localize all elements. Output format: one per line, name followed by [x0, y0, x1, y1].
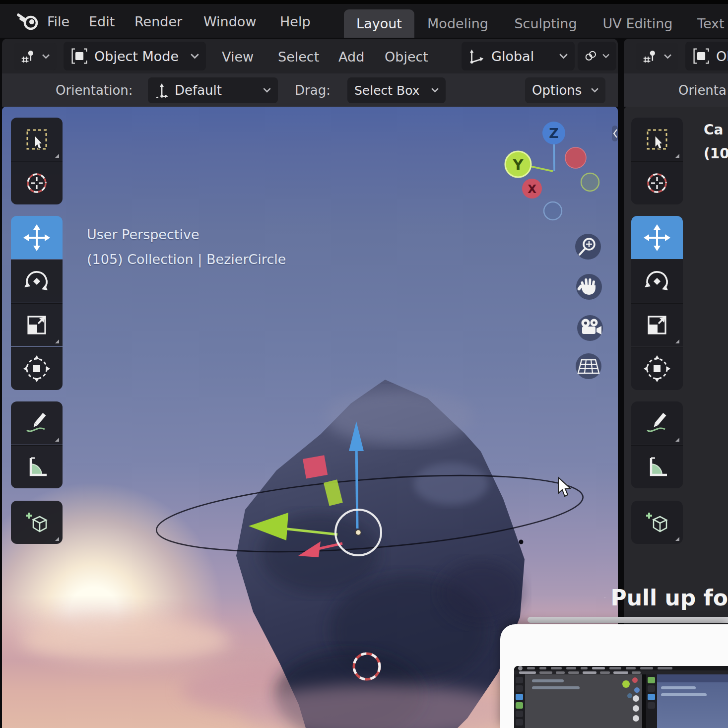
- chevron-down-icon: [591, 88, 598, 93]
- nav-axis-x-label: X: [528, 183, 536, 196]
- mode-dropdown-value: Object Mode: [94, 49, 179, 64]
- tutorial-inset-card: [500, 624, 728, 728]
- subtool-indicator: [675, 339, 679, 343]
- subtool-indicator: [675, 537, 679, 541]
- blender-logo-icon[interactable]: [16, 11, 41, 32]
- mini-toolbar-left: [514, 674, 525, 728]
- mini-panel-divider: [642, 674, 646, 728]
- perspective-grid-button: [576, 353, 601, 379]
- mode-dropdown[interactable]: Object Mode: [64, 42, 206, 70]
- nav-axis-y-label: Y: [513, 156, 524, 173]
- chevron-down-icon: [602, 54, 609, 59]
- options-label: Options: [532, 83, 582, 98]
- right-orientation-label: Orienta: [678, 83, 727, 98]
- right-tool-rotate[interactable]: [631, 260, 683, 303]
- tab-uv-editing[interactable]: UV Editing: [600, 9, 675, 38]
- orientation-dropdown[interactable]: Default: [148, 77, 278, 103]
- mouse-cursor: [557, 476, 574, 498]
- right-mode-dropdown[interactable]: Ob: [685, 42, 728, 70]
- nav-axis-z-label: Z: [549, 126, 559, 141]
- pan-hand-button: [576, 274, 602, 300]
- subtool-indicator: [675, 438, 679, 442]
- tool-cursor[interactable]: [11, 161, 63, 204]
- menu-window[interactable]: Window: [203, 13, 256, 30]
- pivot-point-icon: [585, 47, 596, 65]
- drag-label: Drag:: [295, 83, 331, 98]
- tool-transform[interactable]: [11, 347, 63, 390]
- curve-control-point: [519, 540, 524, 544]
- nav-axis-y-neg: [581, 173, 599, 191]
- inset-card-stack-edge: [528, 617, 728, 623]
- mini-toolbar-right: [646, 674, 657, 728]
- camera-view-button: [577, 315, 603, 341]
- tool-scale[interactable]: [11, 303, 63, 346]
- editor-type-button[interactable]: [14, 43, 57, 70]
- chevron-down-icon: [431, 88, 439, 93]
- transform-orientation-value: Global: [491, 49, 534, 64]
- right-tool-measure[interactable]: [631, 445, 683, 488]
- default-orientation-icon: [155, 82, 169, 98]
- right-tool-select-box[interactable]: [631, 118, 683, 161]
- mini-topbar: [514, 666, 728, 670]
- tool-add-cube[interactable]: [11, 501, 63, 544]
- pull-up-text: Pull up fo: [610, 585, 728, 610]
- right-tool-transform[interactable]: [631, 347, 683, 390]
- rock-object: [236, 380, 525, 728]
- subtool-indicator: [55, 438, 59, 442]
- chevron-down-icon: [191, 54, 199, 59]
- orientation-label: Orientation:: [56, 83, 133, 98]
- tab-modeling[interactable]: Modeling: [424, 9, 491, 38]
- right-view-name-text: Ca: [704, 122, 723, 138]
- gizmo-plane-x: [303, 455, 328, 478]
- chevron-down-icon: [559, 54, 568, 59]
- collection-info-text: (105) Collection | BezierCircle: [87, 252, 286, 267]
- menu-render[interactable]: Render: [134, 13, 182, 30]
- double-chevron-up-icon: [604, 585, 605, 610]
- drag-dropdown[interactable]: Select Box: [347, 77, 446, 103]
- menu-help[interactable]: Help: [280, 13, 311, 30]
- object-mode-icon: [70, 47, 88, 65]
- blender-window: File Edit Render Window Help Layout Mode…: [0, 0, 728, 728]
- mini-header: [514, 670, 728, 674]
- tool-select-box[interactable]: [11, 118, 63, 161]
- tool-move[interactable]: [11, 216, 63, 259]
- editor-3d-viewport-icon: [643, 49, 658, 65]
- subtool-indicator: [55, 154, 59, 158]
- right-mode-dropdown-value: Ob: [716, 49, 728, 64]
- zoom-button: [575, 234, 601, 260]
- mini-viewport-left: [525, 674, 642, 728]
- right-tool-cursor[interactable]: [631, 161, 683, 204]
- editor-3d-viewport-icon: [21, 49, 36, 65]
- transform-orientation-dropdown[interactable]: Global: [462, 42, 575, 70]
- menu-view[interactable]: View: [222, 49, 254, 66]
- nav-axis-x-pos: [565, 147, 586, 168]
- right-editor-type-button[interactable]: [636, 43, 678, 70]
- sidebar-collapse-tab[interactable]: [612, 126, 618, 141]
- menu-object[interactable]: Object: [385, 49, 428, 66]
- tab-sculpting[interactable]: Sculpting: [512, 9, 579, 38]
- tab-layout[interactable]: Layout: [344, 9, 414, 38]
- tab-texture-paint[interactable]: Text: [697, 9, 728, 38]
- menu-file[interactable]: File: [47, 13, 69, 30]
- options-dropdown[interactable]: Options: [525, 77, 605, 103]
- menu-select[interactable]: Select: [278, 49, 319, 66]
- tool-measure[interactable]: [11, 445, 63, 488]
- subtool-indicator: [55, 339, 59, 343]
- right-tool-annotate[interactable]: [631, 401, 683, 445]
- subtool-indicator: [55, 537, 59, 541]
- nav-axis-z-neg: [544, 202, 562, 220]
- right-tool-scale[interactable]: [631, 303, 683, 346]
- tool-rotate[interactable]: [11, 260, 63, 303]
- orientation-axes-icon: [468, 48, 485, 65]
- tool-annotate[interactable]: [11, 401, 63, 445]
- chevron-down-icon: [263, 88, 271, 93]
- pivot-point-button[interactable]: [578, 42, 616, 70]
- view-controls: [575, 234, 603, 379]
- menu-add[interactable]: Add: [338, 49, 364, 66]
- menu-edit[interactable]: Edit: [89, 13, 115, 30]
- nav-gizmo: Z Y X: [505, 122, 599, 220]
- right-tool-move[interactable]: [631, 216, 683, 259]
- right-collection-text: (10: [704, 145, 728, 162]
- right-tool-add-cube[interactable]: [631, 501, 683, 544]
- topbar-edge: [0, 0, 728, 4]
